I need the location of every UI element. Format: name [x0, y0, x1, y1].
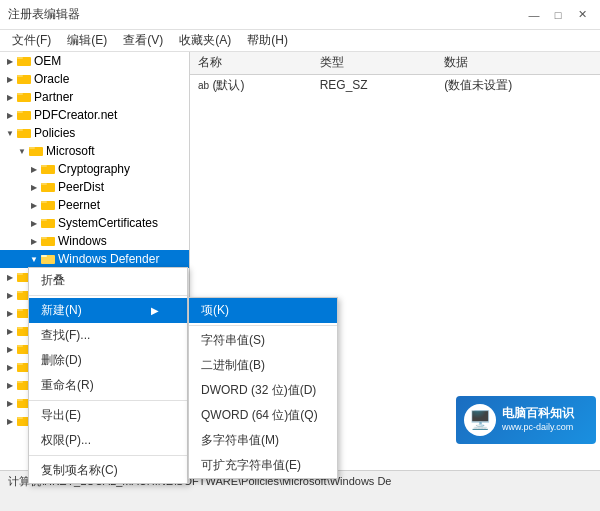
tree-item-microsoft[interactable]: ▼ Microsoft: [0, 142, 189, 160]
expand-arrow: ▶: [4, 307, 16, 319]
brand-url: www.pc-daily.com: [502, 422, 574, 434]
expand-arrow: ▶: [4, 109, 16, 121]
context-menu-divider3: [29, 455, 187, 456]
tree-label: Cryptography: [58, 162, 130, 176]
menu-favorites[interactable]: 收藏夹(A): [171, 30, 239, 51]
minimize-button[interactable]: —: [524, 5, 544, 25]
context-menu-divider: [29, 295, 187, 296]
context-menu-collapse[interactable]: 折叠: [29, 268, 187, 293]
context-menu-permissions[interactable]: 权限(P)...: [29, 428, 187, 453]
monitor-icon: 🖥️: [469, 409, 491, 431]
context-menu-label: 权限(P)...: [41, 432, 91, 449]
expand-arrow: ▶: [4, 55, 16, 67]
tree-label: PeerDist: [58, 180, 104, 194]
context-menu[interactable]: 折叠 新建(N) ▶ 项(K) 字符串值(S) 二进制值(B): [28, 267, 188, 484]
context-menu-label: 重命名(R): [41, 377, 94, 394]
svg-rect-3: [17, 75, 23, 77]
tree-label: Windows: [58, 234, 107, 248]
context-menu-label: 导出(E): [41, 407, 81, 424]
tree-item-pdfcreator[interactable]: ▶ PDFCreator.net: [0, 106, 189, 124]
submenu-item-multistring[interactable]: 多字符串值(M): [189, 428, 337, 453]
context-menu-rename[interactable]: 重命名(R): [29, 373, 187, 398]
menu-file[interactable]: 文件(F): [4, 30, 59, 51]
folder-icon: [40, 197, 56, 213]
tree-item-windefender[interactable]: ▼ Windows Defender: [0, 250, 189, 268]
submenu-item-string[interactable]: 字符串值(S): [189, 328, 337, 353]
tree-item-partner[interactable]: ▶ Partner: [0, 88, 189, 106]
submenu-label: 二进制值(B): [201, 358, 265, 372]
maximize-button[interactable]: □: [548, 5, 568, 25]
submenu-label: 项(K): [201, 303, 229, 317]
folder-icon: [40, 233, 56, 249]
context-menu-copy-name[interactable]: 复制项名称(C): [29, 458, 187, 483]
brand-badge: 🖥️ 电脑百科知识 www.pc-daily.com: [456, 396, 596, 444]
tree-item-peernet[interactable]: ▶ Peernet: [0, 196, 189, 214]
col-data: 数据: [436, 52, 600, 74]
svg-rect-29: [17, 309, 23, 311]
col-type: 类型: [312, 52, 437, 74]
svg-rect-11: [29, 147, 35, 149]
folder-icon: [40, 161, 56, 177]
svg-rect-27: [17, 291, 23, 293]
tree-item-policies[interactable]: ▼ Policies: [0, 124, 189, 142]
tree-item-systemcerts[interactable]: ▶ SystemCertificates: [0, 214, 189, 232]
submenu-item-qword[interactable]: QWORD (64 位)值(Q): [189, 403, 337, 428]
svg-rect-1: [17, 57, 23, 59]
submenu-item-binary[interactable]: 二进制值(B): [189, 353, 337, 378]
expand-arrow: ▼: [16, 145, 28, 157]
svg-rect-13: [41, 165, 47, 167]
menu-edit[interactable]: 编辑(E): [59, 30, 115, 51]
tree-label: Windows Defender: [58, 252, 159, 266]
svg-rect-5: [17, 93, 23, 95]
expand-arrow: ▶: [28, 163, 40, 175]
tree-item-cryptography[interactable]: ▶ Cryptography: [0, 160, 189, 178]
submenu-label: DWORD (32 位)值(D): [201, 383, 316, 397]
context-menu-export[interactable]: 导出(E): [29, 403, 187, 428]
col-name: 名称: [190, 52, 312, 74]
expand-arrow: ▶: [4, 73, 16, 85]
submenu-arrow-icon: ▶: [151, 305, 159, 316]
close-button[interactable]: ✕: [572, 5, 592, 25]
tree-item-oem[interactable]: ▶ OEM: [0, 52, 189, 70]
expand-arrow: ▶: [4, 343, 16, 355]
brand-badge-text: 电脑百科知识 www.pc-daily.com: [502, 406, 574, 433]
menu-view[interactable]: 查看(V): [115, 30, 171, 51]
tree-label: Peernet: [58, 198, 100, 212]
folder-icon: [40, 179, 56, 195]
svg-rect-37: [17, 381, 23, 383]
tree-label: SystemCertificates: [58, 216, 158, 230]
svg-rect-15: [41, 183, 47, 185]
submenu-item-expandstring[interactable]: 可扩充字符串值(E): [189, 453, 337, 478]
menu-bar: 文件(F) 编辑(E) 查看(V) 收藏夹(A) 帮助(H): [0, 30, 600, 52]
tree-label: Microsoft: [46, 144, 95, 158]
menu-help[interactable]: 帮助(H): [239, 30, 296, 51]
folder-icon: [16, 107, 32, 123]
tree-item-oracle[interactable]: ▶ Oracle: [0, 70, 189, 88]
expand-arrow: ▶: [4, 325, 16, 337]
tree-label: Partner: [34, 90, 73, 104]
folder-icon: [16, 125, 32, 141]
context-menu-delete[interactable]: 删除(D): [29, 348, 187, 373]
expand-arrow: ▶: [4, 91, 16, 103]
tree-item-peerdist[interactable]: ▶ PeerDist: [0, 178, 189, 196]
table-row[interactable]: ab (默认) REG_SZ (数值未设置): [190, 74, 600, 96]
svg-rect-33: [17, 345, 23, 347]
submenu-item-key[interactable]: 项(K): [189, 298, 337, 323]
submenu-item-dword[interactable]: DWORD (32 位)值(D): [189, 378, 337, 403]
main-area: ▶ OEM ▶ Oracle ▶ Partner: [0, 52, 600, 470]
svg-rect-39: [17, 399, 23, 401]
svg-rect-21: [41, 237, 47, 239]
context-menu-label: 新建(N): [41, 302, 82, 319]
expand-arrow: ▶: [28, 217, 40, 229]
submenu-label: 字符串值(S): [201, 333, 265, 347]
context-menu-find[interactable]: 查找(F)...: [29, 323, 187, 348]
submenu[interactable]: 项(K) 字符串值(S) 二进制值(B) DWORD (32 位)值(D) QW…: [188, 297, 338, 479]
folder-icon: [28, 143, 44, 159]
context-menu-new[interactable]: 新建(N) ▶ 项(K) 字符串值(S) 二进制值(B) DWORD (32: [29, 298, 187, 323]
svg-rect-17: [41, 201, 47, 203]
tree-item-windows[interactable]: ▶ Windows: [0, 232, 189, 250]
expand-arrow: ▶: [28, 199, 40, 211]
expand-arrow: ▶: [28, 181, 40, 193]
cell-type: REG_SZ: [312, 74, 437, 96]
tree-label: OEM: [34, 54, 61, 68]
